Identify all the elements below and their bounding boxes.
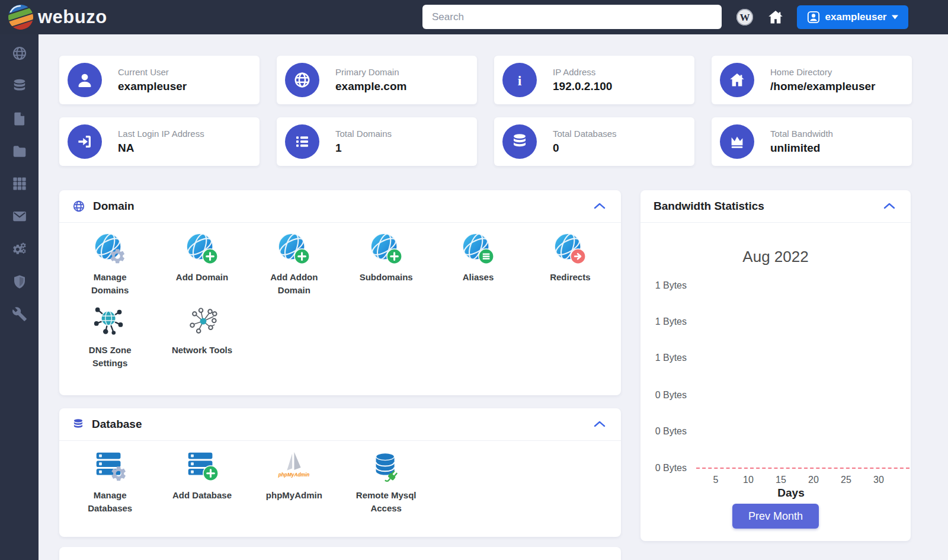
globe-gear-icon (92, 231, 129, 268)
card-current-user: Current User exampleuser (59, 56, 260, 104)
tile-remote-mysql-access[interactable]: Remote Mysql Access (340, 449, 432, 515)
card-value: unlimited (770, 142, 833, 155)
tile-label: Remote Mysql Access (351, 489, 421, 515)
network-nodes-icon (184, 304, 220, 341)
globe-list-icon (460, 231, 497, 268)
database-tiles: Manage Databases Add Database phpMyAdmin (59, 441, 621, 521)
sidebar-item-folders[interactable] (11, 143, 27, 159)
wrench-icon (12, 306, 27, 322)
database-panel: Database Manage Databases (59, 408, 621, 537)
user-menu-label: exampleuser (825, 11, 887, 23)
tile-network-tools[interactable]: Network Tools (156, 304, 248, 370)
chevron-up-icon (594, 420, 606, 427)
globe-arrow-icon (552, 231, 588, 268)
panel-title: Bandwidth Statistics (654, 200, 764, 213)
y-tick-label: 0 Bytes (652, 390, 687, 401)
tile-label: Redirects (550, 271, 590, 284)
search-input[interactable] (422, 5, 722, 29)
bandwidth-panel: Bandwidth Statistics Aug 2022 1 Bytes 1 … (640, 190, 911, 541)
card-primary-domain: Primary Domain example.com (277, 56, 477, 104)
card-label: Total Bandwidth (770, 129, 833, 139)
x-tick-label: 15 (771, 475, 791, 485)
prev-month-button[interactable]: Prev Month (732, 504, 819, 529)
sidebar-item-files[interactable] (11, 111, 27, 126)
sidebar-item-security[interactable] (11, 274, 27, 289)
y-tick-label: 1 Bytes (652, 353, 687, 363)
tile-add-database[interactable]: Add Database (156, 449, 248, 515)
card-home-directory: Home Directory /home/exampleuser (712, 56, 912, 104)
sidebar-item-email[interactable] (11, 209, 27, 224)
chart-title: Aug 2022 (640, 248, 911, 266)
tile-label: Manage Domains (75, 271, 145, 297)
domain-panel: Domain Manage Domains (59, 190, 621, 395)
tile-label: Network Tools (172, 344, 232, 357)
tile-dns-zone-settings[interactable]: DNS Zone Settings (64, 304, 156, 370)
x-tick-label: 10 (738, 475, 758, 485)
domain-tiles: Manage Domains Add Domain Add Addon Doma… (59, 223, 621, 376)
tile-aliases[interactable]: Aliases (432, 231, 524, 297)
sidebar-item-settings[interactable] (11, 241, 27, 257)
card-label: Last Login IP Address (118, 129, 204, 139)
stat-cards: Current User exampleuser Primary Domain … (59, 56, 912, 166)
tile-manage-databases[interactable]: Manage Databases (64, 449, 156, 515)
chevron-up-icon (594, 202, 606, 209)
collapse-domain-button[interactable] (591, 200, 608, 213)
card-ip-address: i IP Address 192.0.2.100 (494, 56, 694, 104)
card-value: /home/exampleuser (770, 80, 875, 93)
tile-redirects[interactable]: Redirects (524, 231, 616, 297)
login-icon (68, 124, 102, 159)
zero-baseline (696, 468, 909, 469)
svg-text:phpMyAdmin: phpMyAdmin (278, 472, 310, 478)
tile-label: Manage Databases (75, 489, 145, 515)
user-menu-button[interactable]: exampleuser (797, 5, 908, 29)
database-icon (72, 418, 84, 431)
phpmyadmin-icon: phpMyAdmin (276, 449, 312, 486)
user-icon (68, 63, 102, 97)
card-value: 0 (553, 142, 617, 155)
tile-label: Add Domain (176, 271, 228, 284)
card-label: Home Directory (770, 67, 875, 77)
panel-title: Domain (93, 200, 134, 213)
tile-subdomains[interactable]: Subdomains (340, 231, 432, 297)
sidebar-item-domains[interactable] (11, 46, 27, 61)
home-icon[interactable] (767, 8, 784, 28)
list-icon (285, 124, 319, 159)
sidebar-item-tools[interactable] (11, 306, 27, 322)
card-total-bandwidth: Total Bandwidth unlimited (712, 117, 912, 166)
card-value: 1 (335, 142, 392, 155)
server-gear-icon (92, 449, 129, 486)
y-tick-label: 0 Bytes (652, 463, 687, 473)
tile-add-addon-domain[interactable]: Add Addon Domain (248, 231, 340, 297)
panel-title: Database (92, 418, 142, 431)
tile-phpmyadmin[interactable]: phpMyAdmin phpMyAdmin (248, 449, 340, 515)
collapse-bandwidth-button[interactable] (881, 200, 898, 213)
server-plus-icon (184, 449, 220, 486)
sidebar-item-apps[interactable] (11, 176, 27, 191)
sidebar-item-databases[interactable] (11, 78, 27, 94)
card-total-domains: Total Domains 1 (277, 117, 477, 166)
wordpress-icon[interactable]: W (736, 8, 754, 28)
next-panel-partial (59, 547, 621, 560)
database-panel-header: Database (59, 408, 621, 441)
tile-label: Add Addon Domain (259, 271, 329, 297)
bandwidth-panel-header: Bandwidth Statistics (640, 190, 911, 223)
bandwidth-chart: Aug 2022 1 Bytes 1 Bytes 1 Bytes 0 Bytes… (640, 223, 911, 541)
card-value: exampleuser (118, 80, 187, 93)
card-total-databases: Total Databases 0 (494, 117, 694, 166)
tile-add-domain[interactable]: Add Domain (156, 231, 248, 297)
collapse-database-button[interactable] (591, 418, 608, 431)
x-tick-label: 30 (869, 475, 889, 485)
card-label: IP Address (553, 67, 612, 77)
tile-label: DNS Zone Settings (75, 344, 145, 370)
globe-icon (72, 200, 85, 213)
card-value: example.com (335, 80, 406, 93)
webuzo-logo[interactable]: webuzo (7, 4, 107, 31)
tile-manage-domains[interactable]: Manage Domains (64, 231, 156, 297)
user-icon (807, 11, 820, 24)
shield-icon (12, 274, 27, 289)
tile-label: Aliases (463, 271, 494, 284)
card-value: NA (118, 142, 204, 155)
main-content: Current User exampleuser Primary Domain … (39, 34, 948, 560)
globe-icon (285, 63, 319, 97)
tile-label: Add Database (172, 489, 232, 502)
